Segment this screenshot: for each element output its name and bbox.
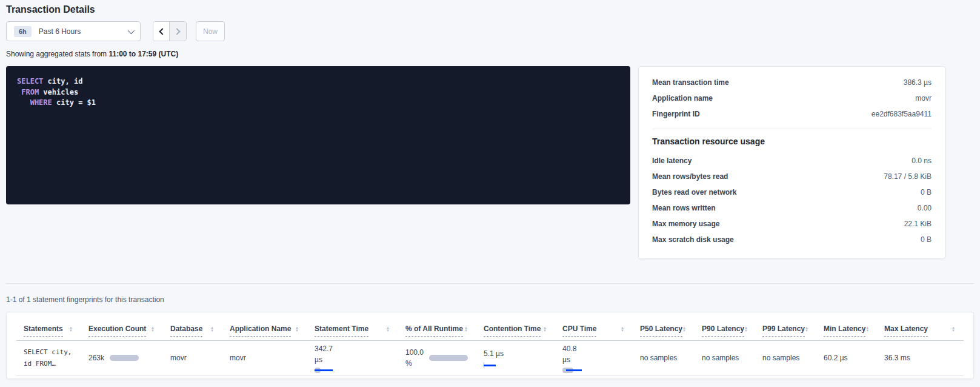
summary-value: movr [915,94,932,103]
summary-row-fingerprint-id: Fingerprint ID ee2df683f5aa9411 [652,106,932,122]
sort-icon[interactable]: ▲ ▼ [805,326,808,332]
cell-pct-of-all-runtime: 100.0 % [398,340,476,375]
resource-usage-title: Transaction resource usage [652,136,932,146]
column-header-application-name[interactable]: Application Name▲ ▼ [222,312,307,340]
resource-label: Max memory usage [652,220,719,228]
sort-icon[interactable]: ▲ ▼ [210,326,214,332]
resource-label: Mean rows/bytes read [652,172,728,181]
resource-row-mean-rows-written: Mean rows written 0.00 [652,200,932,216]
column-header-execution-count[interactable]: Execution Count▲ ▼ [81,312,163,340]
column-header-statement-time[interactable]: Statement Time▲ ▼ [307,312,398,340]
sort-icon[interactable]: ▲ ▼ [682,326,686,332]
summary-value: 386.3 µs [904,78,932,87]
cell-statement-fingerprint[interactable]: SELECT city, id FROM… [16,340,81,375]
sort-icon[interactable]: ▲ ▼ [865,326,869,332]
chevron-left-icon [159,28,165,35]
statement-line: id FROM… [24,358,81,369]
contention-time-bar [484,362,503,368]
chevron-down-icon [128,27,135,33]
sort-icon[interactable]: ▲ ▼ [744,326,748,332]
summary-label: Application name [652,94,713,103]
resource-label: Bytes read over network [652,188,736,197]
interval-nav [153,21,187,41]
section-divider [6,283,974,284]
sql-text: city = $1 [52,98,96,107]
now-button[interactable]: Now [196,21,225,41]
column-header-statements[interactable]: Statements▲ ▼ [16,312,81,340]
resource-value: 78.17 / 5.8 KiB [884,172,932,181]
sort-icon[interactable]: ▲ ▼ [952,326,955,332]
runtime-pct-bar [429,355,468,361]
stats-prefix: Showing aggregated stats from [6,50,107,58]
cell-contention-time: 5.1 µs [476,340,555,375]
statement-time-bar [315,368,339,373]
summary-divider [652,129,932,129]
sort-icon[interactable]: ▲ ▼ [621,326,624,332]
resource-row-idle-latency: Idle latency 0.0 ns [652,153,932,169]
cell-statement-time: 342.7 µs [307,340,398,375]
cell-max-latency: 36.3 ms [877,340,964,375]
resource-row-mean-rows-bytes-read: Mean rows/bytes read 78.17 / 5.8 KiB [652,169,932,184]
statements-table: Statements▲ ▼ Execution Count▲ ▼ Databas… [16,312,964,376]
contention-time-value: 5.1 µs [484,348,555,359]
column-header-pct-of-all-runtime[interactable]: % of All Runtime▲ ▼ [398,312,476,340]
resource-value: 0 B [921,235,932,244]
cell-p50-latency: no samples [633,340,695,375]
column-header-cpu-time[interactable]: CPU Time▲ ▼ [555,312,633,340]
cpu-time-value: 40.8 [562,343,633,354]
summary-label: Fingerprint ID [652,110,700,118]
sort-icon[interactable]: ▲ ▼ [464,326,468,332]
statements-count-caption: 1-1 of 1 statement fingerprints for this… [6,295,974,304]
table-header-row: Statements▲ ▼ Execution Count▲ ▼ Databas… [16,312,964,340]
next-interval-button[interactable] [170,22,186,41]
transaction-details-page: Transaction Details 6h Past 6 Hours Now … [0,0,980,387]
resource-value: 22.1 KiB [904,220,932,228]
main-content: SELECT city, id FROM vehicles WHERE city… [6,66,974,259]
cell-cpu-time: 40.8 µs [555,340,633,375]
runtime-pct-value: 100.0 [405,347,424,358]
stats-range: 11:00 to 17:59 (UTC) [108,50,178,58]
cpu-time-bar [562,368,587,373]
chevron-right-icon [173,28,180,35]
statement-time-value: 342.7 [315,343,398,354]
column-header-max-latency[interactable]: Max Latency▲ ▼ [877,312,964,340]
statements-table-card: Statements▲ ▼ Execution Count▲ ▼ Databas… [6,312,974,379]
column-header-database[interactable]: Database▲ ▼ [163,312,222,340]
cell-execution-count: 263k [81,340,163,375]
statement-time-unit: µs [315,354,398,365]
summary-row-mean-transaction-time: Mean transaction time 386.3 µs [652,75,932,90]
cell-database: movr [163,340,222,375]
sql-keyword: SELECT [17,77,43,86]
column-header-min-latency[interactable]: Min Latency▲ ▼ [816,312,877,340]
resource-row-max-memory-usage: Max memory usage 22.1 KiB [652,216,932,232]
sql-text: city, id [43,77,82,86]
cell-min-latency: 60.2 µs [816,340,877,375]
statement-row: SELECT city, id FROM… 263k movr movr [16,340,964,375]
column-header-contention-time[interactable]: Contention Time▲ ▼ [476,312,555,340]
prev-interval-button[interactable] [153,22,170,41]
time-controls: 6h Past 6 Hours Now [6,21,974,41]
column-header-p50-latency[interactable]: P50 Latency▲ ▼ [633,312,695,340]
cell-p90-latency: no samples [695,340,755,375]
summary-panel: Mean transaction time 386.3 µs Applicati… [638,66,945,259]
summary-label: Mean transaction time [652,78,729,87]
sort-icon[interactable]: ▲ ▼ [295,326,299,332]
cell-p99-latency: no samples [755,340,816,375]
execution-count-value: 263k [88,354,104,362]
statement-line: SELECT city, [24,346,81,358]
sort-icon[interactable]: ▲ ▼ [151,326,155,332]
sql-keyword: FROM [17,88,39,96]
column-header-p90-latency[interactable]: P90 Latency▲ ▼ [695,312,755,340]
resource-value: 0.00 [918,204,932,212]
resource-row-bytes-read-over-network: Bytes read over network 0 B [652,184,932,200]
resource-label: Mean rows written [652,204,716,212]
column-header-p99-latency[interactable]: P99 Latency▲ ▼ [755,312,816,340]
time-range-dropdown[interactable]: 6h Past 6 Hours [6,21,141,41]
sort-icon[interactable]: ▲ ▼ [543,326,547,332]
sql-statement-box: SELECT city, id FROM vehicles WHERE city… [6,66,630,204]
runtime-pct-unit: % [405,358,424,369]
sort-icon[interactable]: ▲ ▼ [386,326,390,332]
aggregated-stats-text: Showing aggregated stats from 11:00 to 1… [6,50,974,58]
time-range-badge: 6h [14,26,32,37]
sort-icon[interactable]: ▲ ▼ [69,326,73,332]
